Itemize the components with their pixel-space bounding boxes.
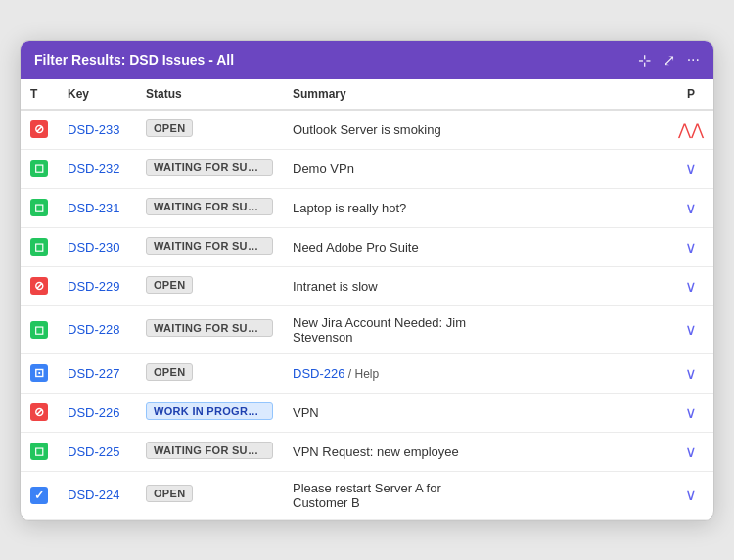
summary-text: Need Adobe Pro Suite <box>293 240 419 255</box>
type-cell: ⊡ <box>21 353 58 393</box>
key-cell[interactable]: DSD-225 <box>58 432 136 471</box>
type-icon-service: ◻ <box>30 443 48 460</box>
issue-key-link[interactable]: DSD-230 <box>68 240 119 255</box>
table-row[interactable]: ⊘ DSD-226 WORK IN PROGRESS VPN ∨ <box>21 393 713 432</box>
key-cell[interactable]: DSD-230 <box>58 227 136 266</box>
summary-cell: DSD-226 / Help <box>283 353 668 393</box>
issue-key-link[interactable]: DSD-226 <box>68 405 119 420</box>
more-icon[interactable]: ··· <box>687 51 700 69</box>
table-row[interactable]: ⊘ DSD-229 OPEN Intranet is slow ∨ <box>21 266 713 305</box>
col-header-status: Status <box>136 79 283 110</box>
header-bar: Filter Results: DSD Issues - All ⊹ ⤢ ··· <box>21 41 713 79</box>
type-cell: ◻ <box>21 188 58 227</box>
table-container: T Key Status Summary P ⊘ DSD-233 OPEN Ou… <box>21 79 713 520</box>
issue-key-link[interactable]: DSD-233 <box>68 122 119 137</box>
status-cell: WAITING FOR SUPPO... <box>136 305 283 353</box>
priority-icon-medium: ∨ <box>685 487 697 503</box>
key-cell[interactable]: DSD-224 <box>58 471 136 519</box>
priority-icon-medium: ∨ <box>685 278 697 295</box>
col-header-t: T <box>21 79 58 110</box>
table-row[interactable]: ◻ DSD-230 WAITING FOR SUPPO... Need Adob… <box>21 227 713 266</box>
summary-text: Laptop is really hot? <box>293 201 406 215</box>
issue-key-link[interactable]: DSD-232 <box>68 162 119 176</box>
type-icon-service: ◻ <box>30 238 48 256</box>
type-cell: ◻ <box>21 432 58 471</box>
key-cell[interactable]: DSD-231 <box>58 188 136 227</box>
status-cell: WAITING FOR SUPPO... <box>136 227 283 266</box>
status-badge: WAITING FOR SUPPO... <box>146 198 273 215</box>
type-cell: ◻ <box>21 305 58 353</box>
priority-icon-medium: ∨ <box>685 404 697 421</box>
type-cell: ◻ <box>21 227 58 266</box>
table-row[interactable]: ◻ DSD-228 WAITING FOR SUPPO... New Jira … <box>21 305 713 353</box>
table-row[interactable]: ⊘ DSD-233 OPEN Outlook Server is smoking… <box>21 110 713 150</box>
priority-cell: ∨ <box>668 266 713 305</box>
priority-cell: ⋀⋀ <box>668 110 713 150</box>
key-cell[interactable]: DSD-229 <box>58 266 136 305</box>
table-row[interactable]: ◻ DSD-232 WAITING FOR SUPPO... Demo VPn … <box>21 149 713 188</box>
status-cell: WORK IN PROGRESS <box>136 393 283 432</box>
type-cell: ⊘ <box>21 393 58 432</box>
col-header-summary: Summary <box>283 79 668 110</box>
priority-icon-high: ⋀⋀ <box>678 121 704 138</box>
summary-cell: Demo VPn <box>283 149 668 188</box>
header-title: Filter Results: DSD Issues - All <box>34 52 234 68</box>
table-row[interactable]: ⊡ DSD-227 OPEN DSD-226 / Help ∨ <box>21 353 713 393</box>
status-badge: WAITING FOR SUPPO... <box>146 442 273 459</box>
priority-cell: ∨ <box>668 432 713 471</box>
status-badge: OPEN <box>146 485 193 502</box>
status-badge: WAITING FOR SUPPO... <box>146 319 273 337</box>
table-row[interactable]: ◻ DSD-225 WAITING FOR SUPPO... VPN Reque… <box>21 432 713 471</box>
summary-text: Demo VPn <box>293 162 354 176</box>
status-cell: OPEN <box>136 353 283 393</box>
issue-key-link[interactable]: DSD-224 <box>68 488 119 502</box>
key-cell[interactable]: DSD-228 <box>58 305 136 353</box>
issue-key-link[interactable]: DSD-229 <box>68 279 119 294</box>
status-badge: OPEN <box>146 119 193 137</box>
priority-cell: ∨ <box>668 305 713 353</box>
type-cell: ⊘ <box>21 266 58 305</box>
summary-cell: VPN Request: new employee <box>283 432 668 471</box>
status-badge: WAITING FOR SUPPO... <box>146 159 273 176</box>
summary-cell: Please restart Server A forCustomer B <box>283 471 668 519</box>
issue-key-link[interactable]: DSD-228 <box>68 322 119 337</box>
priority-cell: ∨ <box>668 227 713 266</box>
summary-cell: New Jira Account Needed: JimStevenson <box>283 305 668 353</box>
type-icon-bug: ⊘ <box>30 120 48 138</box>
type-icon-service: ◻ <box>30 160 48 177</box>
summary-cell: VPN <box>283 393 668 432</box>
summary-text: VPN Request: new employee <box>293 444 459 459</box>
move-icon[interactable]: ⊹ <box>638 51 651 70</box>
issues-table: T Key Status Summary P ⊘ DSD-233 OPEN Ou… <box>21 79 713 520</box>
key-cell[interactable]: DSD-227 <box>58 353 136 393</box>
table-header-row: T Key Status Summary P <box>21 79 713 110</box>
priority-icon-medium: ∨ <box>685 239 697 256</box>
priority-cell: ∨ <box>668 353 713 393</box>
status-badge: WAITING FOR SUPPO... <box>146 237 273 255</box>
issue-key-link[interactable]: DSD-231 <box>68 201 119 215</box>
key-cell[interactable]: DSD-226 <box>58 393 136 432</box>
summary-text: Outlook Server is smoking <box>293 122 441 137</box>
priority-cell: ∨ <box>668 471 713 519</box>
summary-text: Please restart Server A forCustomer B <box>293 481 441 510</box>
summary-cell: Laptop is really hot? <box>283 188 668 227</box>
status-cell: WAITING FOR SUPPO... <box>136 188 283 227</box>
table-row[interactable]: ◻ DSD-231 WAITING FOR SUPPO... Laptop is… <box>21 188 713 227</box>
summary-cell: Outlook Server is smoking <box>283 110 668 150</box>
summary-link[interactable]: DSD-226 <box>293 366 344 381</box>
header-actions: ⊹ ⤢ ··· <box>638 51 700 70</box>
type-cell: ◻ <box>21 149 58 188</box>
status-cell: OPEN <box>136 471 283 519</box>
expand-icon[interactable]: ⤢ <box>663 51 675 70</box>
issue-key-link[interactable]: DSD-227 <box>68 366 119 381</box>
key-cell[interactable]: DSD-232 <box>58 149 136 188</box>
summary-text: VPN <box>293 405 319 420</box>
type-icon-subtask: ⊡ <box>30 364 48 382</box>
issue-key-link[interactable]: DSD-225 <box>68 444 119 459</box>
summary-suffix: / Help <box>344 367 379 381</box>
key-cell[interactable]: DSD-233 <box>58 110 136 150</box>
type-icon-bug: ⊘ <box>30 277 48 295</box>
status-cell: WAITING FOR SUPPO... <box>136 149 283 188</box>
type-cell: ⊘ <box>21 110 58 150</box>
table-row[interactable]: ✓ DSD-224 OPEN Please restart Server A f… <box>21 471 713 519</box>
